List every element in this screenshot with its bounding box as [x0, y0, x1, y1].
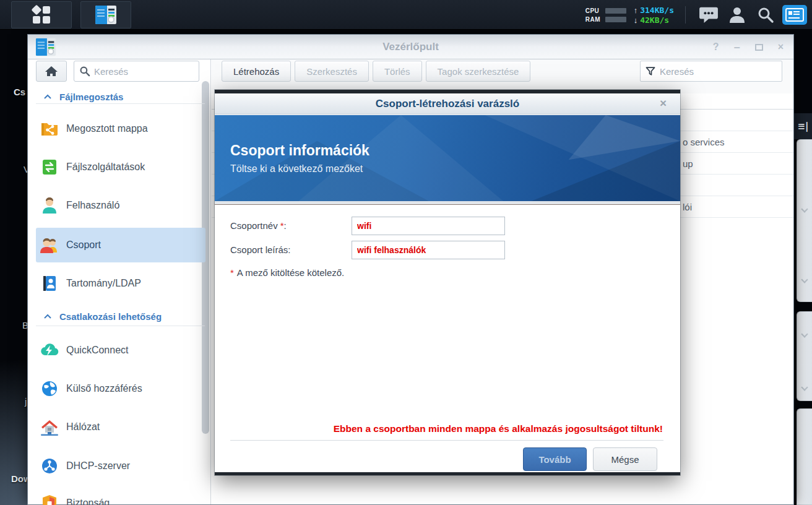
divider [230, 440, 663, 441]
cpu-usage-bar [605, 8, 626, 14]
sidebar-section-connectivity[interactable]: Csatlakozási lehetőség [28, 309, 210, 324]
delete-button[interactable]: Törlés [373, 61, 422, 82]
sidebar-item-label: QuickConnect [66, 345, 129, 356]
banner-subtitle: Töltse ki a következő mezőket [230, 163, 363, 175]
dialog-title: Csoport-létrehozási varázsló [215, 93, 680, 114]
sidebar-item-shared-folder[interactable]: Megosztott mappa [36, 114, 205, 144]
cancel-button[interactable]: Mégse [593, 447, 657, 471]
control-panel-taskbar-button[interactable] [80, 1, 131, 28]
next-button[interactable]: Tovább [523, 447, 587, 471]
required-field-note: *A mező kitöltése kötelező. [230, 267, 344, 278]
maximize-button[interactable] [755, 44, 763, 51]
taskbar: CPU RAM ↑ 314KB/s ↓ 42KB/s [0, 0, 812, 30]
minimize-button[interactable]: – [734, 41, 740, 54]
banner-title: Csoport információk [230, 142, 369, 159]
chevron-down-icon [801, 205, 808, 212]
dhcp-server-icon [39, 455, 60, 477]
file-services-icon [39, 157, 60, 178]
pilot-view-icon [785, 8, 804, 22]
divider [215, 201, 680, 205]
download-arrow-icon: ↓ [634, 16, 638, 24]
toolbar: Létrehozás Szerkesztés Törlés Tagok szer… [222, 61, 530, 82]
window-titlebar[interactable]: Vezérlőpult ? – × [28, 35, 793, 59]
group-name-label: Csoportnév*: [230, 217, 287, 235]
group-name-input[interactable] [352, 217, 505, 235]
filter-funnel-icon [646, 66, 655, 76]
widget-handle-icon: ≡| [797, 121, 808, 132]
create-button[interactable]: Létrehozás [222, 61, 291, 82]
sidebar-item-group[interactable]: Csoport [36, 228, 205, 262]
sidebar-item-label: Megosztott mappa [66, 123, 148, 134]
dialog-titlebar[interactable]: Csoport-létrehozási varázsló × [215, 93, 680, 114]
chat-bubble-icon [699, 6, 719, 24]
chevron-down-icon [801, 384, 808, 391]
dialog-banner: Csoport információk Töltse ki a következ… [215, 115, 680, 201]
window-title: Vezérlőpult [28, 35, 793, 59]
taskbar-divider [685, 6, 686, 24]
desktop-text-fragment: Cs [14, 87, 25, 97]
quickconnect-icon [39, 340, 60, 361]
sidebar-item-external-access[interactable]: Külső hozzáférés [36, 374, 205, 404]
sidebar-item-file-services[interactable]: Fájlszolgáltatások [36, 152, 205, 182]
sidebar-item-security[interactable]: Biztonság [36, 488, 205, 505]
search-icon [79, 66, 90, 77]
dialog-close-icon[interactable]: × [660, 97, 667, 110]
sidebar-item-label: Biztonság [66, 498, 110, 505]
shared-folder-icon [39, 118, 60, 139]
filter-search-input[interactable] [660, 66, 777, 77]
divider [36, 326, 205, 326]
group-description-input[interactable] [352, 241, 505, 259]
upload-speed: 314KB/s [640, 6, 674, 15]
sidebar-item-label: DHCP-szerver [66, 460, 130, 472]
sidebar-item-label: Külső hozzáférés [66, 383, 142, 394]
globe-icon [39, 378, 60, 399]
chevron-down-icon [801, 276, 808, 283]
widget-handle[interactable]: ≡| [794, 113, 812, 139]
user-icon [39, 195, 60, 216]
desktop-text-fragment: j [25, 396, 27, 407]
help-button[interactable]: ? [713, 41, 719, 53]
dialog-body: Csoportnév*: Csoport leírás: *A mező kit… [215, 205, 680, 472]
edit-members-button[interactable]: Tagok szerkesztése [426, 61, 531, 82]
sidebar-item-user[interactable]: Felhasználó [36, 191, 205, 220]
edit-button[interactable]: Szerkesztés [295, 61, 369, 82]
group-icon [39, 235, 60, 256]
sidebar-item-dhcp-server[interactable]: DHCP-szerver [36, 451, 205, 481]
user-icon [728, 6, 746, 24]
notifications-button[interactable] [694, 0, 723, 30]
widget-panel[interactable] [797, 139, 812, 302]
sidebar-item-network[interactable]: Hálózat [36, 412, 205, 442]
control-panel-icon [95, 6, 116, 24]
sidebar-section-file-sharing[interactable]: Fájlmegosztás [28, 89, 210, 104]
search-icon [757, 6, 774, 24]
global-search-button[interactable] [751, 0, 780, 30]
download-speed: 42KB/s [640, 15, 669, 25]
widget-panel[interactable] [797, 311, 812, 401]
sidebar-item-label: Felhasználó [66, 200, 119, 211]
close-button[interactable]: × [778, 41, 784, 53]
section-label: Fájlmegosztás [59, 92, 123, 102]
group-creation-wizard-dialog: Csoport-létrehozási varázsló × Csoport i… [215, 90, 680, 475]
sidebar-item-label: Fájlszolgáltatások [66, 162, 145, 173]
sidebar: Fájlmegosztás Megosztott mappa [28, 59, 211, 504]
row-text-fragment: lói [683, 202, 692, 212]
domain-ldap-icon [39, 273, 60, 294]
pilot-view-button[interactable] [782, 5, 807, 25]
upload-arrow-icon: ↑ [634, 6, 638, 14]
ram-usage-bar [605, 17, 626, 22]
network-speed: ↑ 314KB/s ↓ 42KB/s [634, 6, 674, 25]
sidebar-item-domain-ldap[interactable]: Tartomány/LDAP [36, 269, 205, 298]
sidebar-item-quickconnect[interactable]: QuickConnect [36, 335, 205, 365]
section-label: Csatlakozási lehetőség [59, 311, 162, 322]
filter-search[interactable] [640, 61, 782, 82]
user-menu-button[interactable] [723, 0, 751, 30]
sidebar-item-label: Hálózat [66, 421, 100, 433]
home-button[interactable] [36, 61, 67, 82]
widget-panel[interactable] [797, 408, 812, 505]
main-menu-button[interactable] [11, 1, 72, 28]
sidebar-search[interactable] [74, 61, 199, 82]
row-text-fragment: up [683, 158, 693, 169]
system-monitor[interactable]: CPU RAM [585, 7, 626, 23]
sidebar-search-input[interactable] [94, 66, 194, 77]
row-text-fragment: o services [683, 137, 725, 147]
